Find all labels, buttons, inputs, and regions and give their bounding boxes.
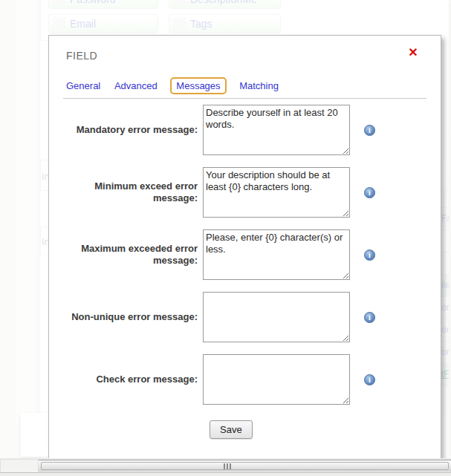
scrollbar-track[interactable]	[39, 460, 451, 472]
info-icon[interactable]: i	[364, 312, 375, 323]
close-icon[interactable]: ✕	[406, 46, 420, 59]
check-error-label: Check error message:	[63, 374, 198, 385]
tab-matching[interactable]: Matching	[239, 78, 279, 94]
mandatory-error-label: Mandatory error message:	[63, 124, 198, 136]
check-error-textarea[interactable]	[203, 354, 350, 405]
minimum-exceed-error-textarea[interactable]: Your description should be at least {0} …	[203, 167, 350, 218]
maximum-exceeded-error-label: Maximum exceeded error message:	[63, 243, 198, 267]
field-dialog: FIELD ✕ General Advanced Messages Matchi…	[48, 35, 441, 460]
form-row-mandatory: Mandatory error message: Describe yourse…	[49, 105, 441, 155]
scrollbar-grip-icon	[224, 463, 231, 469]
minimum-exceed-error-label: Minimum exceed error message:	[63, 180, 198, 204]
maximum-exceeded-error-textarea[interactable]: Please, enter {0} character(s) or less.	[203, 229, 350, 280]
scrollbar-bottom-strip	[0, 472, 451, 476]
screenshot-viewport: Password DescriptionMe Email Tags In In …	[0, 0, 451, 476]
scrollbar-thumb[interactable]	[41, 462, 449, 470]
save-button[interactable]: Save	[210, 420, 253, 439]
info-icon[interactable]: i	[364, 374, 375, 385]
non-unique-error-textarea[interactable]	[203, 292, 350, 342]
info-icon[interactable]: i	[364, 187, 375, 198]
non-unique-error-label: Non-unique error message:	[63, 311, 198, 323]
tabs-divider	[63, 98, 426, 99]
scrollbar-corner	[0, 459, 39, 473]
form-row-maximum: Maximum exceeded error message: Please, …	[49, 229, 441, 280]
horizontal-scrollbar	[0, 458, 451, 476]
save-row: Save	[210, 420, 441, 439]
info-icon[interactable]: i	[364, 250, 375, 261]
form-row-minimum: Minimum exceed error message: Your descr…	[49, 167, 441, 218]
dialog-title: FIELD	[66, 50, 441, 62]
messages-form: Mandatory error message: Describe yourse…	[49, 105, 441, 439]
tab-advanced[interactable]: Advanced	[114, 78, 158, 94]
info-icon[interactable]: i	[364, 125, 375, 136]
tab-general[interactable]: General	[65, 78, 101, 94]
tab-messages[interactable]: Messages	[170, 77, 226, 94]
mandatory-error-textarea[interactable]: Describe yourself in at least 20 words.	[203, 105, 350, 155]
form-row-check: Check error message: i	[49, 354, 441, 405]
dialog-tabs: General Advanced Messages Matching	[65, 80, 441, 91]
form-row-nonunique: Non-unique error message: i	[49, 292, 441, 342]
